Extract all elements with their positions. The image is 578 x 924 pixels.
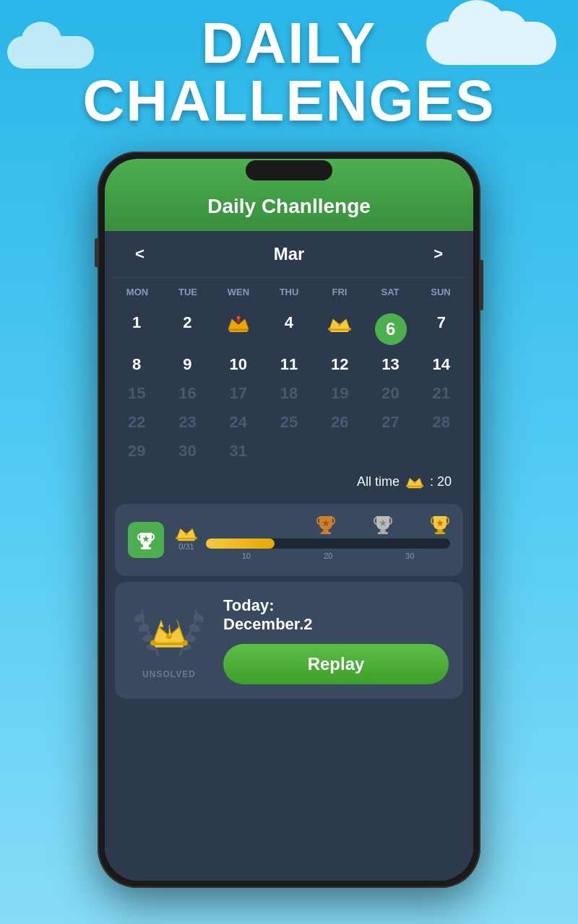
day-header-tue: TUE [163, 284, 213, 300]
svg-rect-23 [177, 538, 196, 539]
svg-rect-27 [323, 530, 329, 532]
cal-day-6-today[interactable]: 6 [366, 309, 415, 349]
cal-day-5-crown[interactable] [315, 309, 364, 349]
app-header-title: Daily Chanllenge [119, 195, 459, 218]
calendar-grid: 1 2 [112, 306, 466, 468]
svg-marker-51 [169, 624, 171, 636]
cal-day-19: 19 [315, 380, 364, 407]
day-headers: MON TUE WEN THU FRI SAT SUN [112, 278, 466, 306]
svg-rect-2 [228, 329, 249, 331]
cal-day-15: 15 [112, 380, 161, 407]
progress-card: 0/31 [115, 504, 463, 576]
today-crown-icon [150, 618, 189, 650]
svg-rect-19 [141, 547, 151, 549]
svg-rect-33 [437, 530, 443, 532]
phone-notch [246, 160, 332, 180]
progress-trophy-badge [128, 522, 164, 558]
svg-point-9 [328, 328, 331, 331]
cal-empty-2 [315, 437, 364, 465]
title-area: DAILY CHALLENGES [0, 14, 578, 130]
svg-point-26 [194, 537, 197, 540]
day-header-sun: SUN [415, 284, 466, 300]
cal-day-3-crown[interactable] [214, 309, 263, 349]
cal-empty-1 [264, 437, 314, 465]
bronze-trophy-icon [316, 514, 336, 536]
cal-day-12[interactable]: 12 [315, 351, 364, 378]
progress-crown-icon [174, 523, 199, 542]
svg-point-15 [406, 485, 408, 487]
svg-marker-50 [159, 620, 163, 627]
phone-screen: Daily Chanllenge < Mar > MON TUE WEN THU… [105, 159, 473, 881]
day-header-wen: WEN [213, 284, 264, 300]
title-line2: CHALLENGES [0, 72, 578, 130]
phone-button-right [480, 260, 483, 310]
day-header-sat: SAT [365, 284, 415, 300]
crown-red-icon [215, 313, 262, 339]
progress-content: 0/31 [174, 514, 450, 566]
phone-frame: Daily Chanllenge < Mar > MON TUE WEN THU… [98, 152, 480, 888]
trophy-icon [136, 530, 156, 550]
svg-point-10 [338, 323, 341, 326]
prev-month-button[interactable]: < [126, 241, 153, 267]
cal-day-1[interactable]: 1 [112, 309, 161, 349]
milestone-30-label: 30 [369, 552, 450, 560]
milestone-20-label: 20 [288, 552, 368, 560]
laurel-crown-container [129, 601, 209, 666]
day-header-thu: THU [264, 284, 314, 300]
today-crown-area: UNSOLVED [129, 601, 209, 679]
svg-rect-34 [435, 532, 445, 534]
svg-point-5 [236, 316, 240, 320]
all-time-row: All time : 20 [112, 468, 466, 498]
month-nav: < Mar > [112, 231, 466, 278]
next-month-button[interactable]: > [425, 241, 452, 267]
cal-empty-3 [366, 437, 415, 465]
cal-day-8[interactable]: 8 [112, 351, 161, 378]
cal-day-23: 23 [163, 409, 212, 436]
svg-rect-8 [329, 329, 350, 331]
phone-button-left [95, 238, 98, 267]
today-date-text: Today: December.2 [223, 596, 449, 634]
cal-day-10[interactable]: 10 [214, 351, 263, 378]
title-line1: DAILY [0, 14, 578, 72]
svg-point-24 [176, 537, 178, 540]
cal-day-17: 17 [214, 380, 263, 407]
all-time-crown-icon [405, 474, 424, 489]
silver-trophy-icon [373, 514, 393, 536]
cal-day-22: 22 [112, 409, 161, 436]
cal-day-4[interactable]: 4 [264, 309, 314, 349]
cal-day-20: 20 [366, 380, 415, 407]
replay-button[interactable]: Replay [223, 644, 449, 684]
cal-day-27: 27 [366, 409, 415, 436]
progress-current-label: 0/31 [178, 542, 194, 551]
svg-rect-30 [380, 530, 386, 532]
svg-point-11 [348, 328, 351, 331]
cal-day-26: 26 [315, 409, 364, 436]
today-info: Today: December.2 Replay [223, 596, 449, 684]
cal-day-13[interactable]: 13 [366, 351, 415, 378]
cal-day-2[interactable]: 2 [163, 309, 212, 349]
cal-day-31: 31 [214, 437, 263, 465]
cal-day-21: 21 [417, 380, 466, 407]
day-header-fri: FRI [314, 284, 365, 300]
svg-rect-14 [407, 486, 422, 487]
cal-day-7[interactable]: 7 [417, 309, 466, 349]
svg-rect-31 [378, 532, 388, 534]
cal-day-28: 28 [417, 409, 466, 436]
cal-day-11[interactable]: 11 [264, 351, 314, 378]
svg-point-49 [182, 640, 188, 646]
cal-day-9[interactable]: 9 [163, 351, 212, 378]
cal-day-30: 30 [163, 437, 212, 465]
svg-point-16 [413, 481, 415, 484]
svg-point-25 [185, 533, 188, 536]
calendar-section: < Mar > MON TUE WEN THU FRI SAT SUN 1 [105, 231, 473, 498]
crown-gold-icon-5 [316, 313, 363, 339]
svg-rect-46 [153, 643, 185, 645]
unsolved-label: UNSOLVED [142, 669, 196, 679]
month-label: Mar [274, 244, 305, 264]
milestone-10-label: 10 [206, 552, 287, 560]
cal-empty-4 [417, 437, 466, 465]
cal-day-16: 16 [163, 380, 212, 407]
svg-point-17 [421, 485, 423, 487]
cal-day-25: 25 [264, 409, 314, 436]
cal-day-14[interactable]: 14 [417, 351, 466, 378]
